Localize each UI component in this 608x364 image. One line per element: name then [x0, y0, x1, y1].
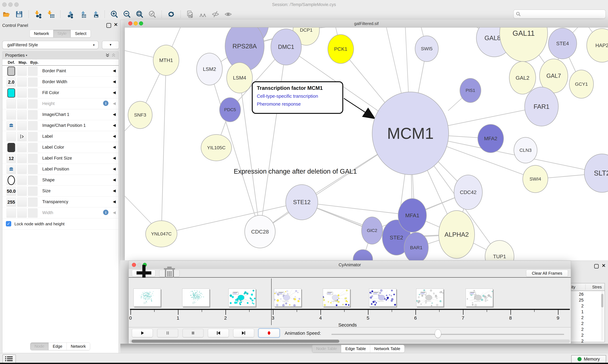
- show-all-icon[interactable]: [224, 10, 233, 18]
- expand-property-icon[interactable]: ◀: [113, 178, 116, 182]
- table-cell-connectivity[interactable]: 1: [570, 310, 584, 314]
- default-value-cell[interactable]: 50.0: [6, 187, 16, 196]
- mapping-cell[interactable]: [17, 165, 27, 174]
- mapping-cell[interactable]: [17, 143, 27, 152]
- expand-property-icon[interactable]: ◀: [113, 167, 116, 171]
- network-node-pis1[interactable]: PIS1: [460, 78, 481, 103]
- save-session-icon[interactable]: [15, 10, 23, 18]
- network-node-gcy1[interactable]: GCY1: [569, 70, 594, 99]
- property-row-size[interactable]: 50.0Size◀: [2, 186, 119, 196]
- record-button[interactable]: [259, 329, 279, 337]
- show-panels-button[interactable]: [2, 354, 16, 363]
- bypass-cell[interactable]: [28, 208, 38, 218]
- property-row-image-chart-1[interactable]: Image/Chart 1◀: [2, 109, 119, 120]
- animation-frame-6[interactable]: [369, 288, 396, 307]
- expand-property-icon[interactable]: ◀: [113, 123, 116, 128]
- default-value-cell[interactable]: [6, 110, 16, 119]
- collapse-all-icon[interactable]: [111, 53, 116, 58]
- animation-frame-4[interactable]: [274, 288, 301, 307]
- property-row-transparency[interactable]: 255Transparency◀: [2, 196, 119, 208]
- animation-frame-8[interactable]: [466, 288, 493, 307]
- mapping-cell[interactable]: [17, 121, 27, 130]
- first-neighbors-icon[interactable]: [199, 10, 207, 18]
- network-node-far1[interactable]: FAR1: [525, 87, 559, 126]
- property-row-border-paint[interactable]: Border Paint◀: [2, 66, 119, 77]
- network-node-gal2[interactable]: GAL2: [509, 61, 536, 94]
- default-value-cell[interactable]: [6, 88, 16, 98]
- table-cell-connectivity[interactable]: 2: [570, 339, 584, 344]
- bypass-cell[interactable]: [28, 88, 38, 98]
- zoom-fit-icon[interactable]: [135, 10, 144, 18]
- network-node-pdc5[interactable]: PDC5: [219, 97, 241, 122]
- mapping-cell[interactable]: [17, 99, 27, 108]
- network-node-alpha2[interactable]: ALPHA2: [438, 210, 475, 259]
- skip-to-end-button[interactable]: [233, 329, 254, 337]
- bypass-cell[interactable]: [28, 176, 38, 185]
- default-value-cell[interactable]: 12: [6, 154, 16, 163]
- bypass-cell[interactable]: [28, 132, 38, 141]
- network-node-mfa1[interactable]: MFA1: [398, 198, 427, 233]
- expand-property-icon[interactable]: ◀: [113, 134, 116, 138]
- mapping-cell[interactable]: [17, 187, 27, 196]
- bypass-cell[interactable]: [28, 165, 38, 174]
- network-node-lsm2[interactable]: LSM2: [196, 53, 223, 85]
- table-cell-connectivity[interactable]: 26: [570, 292, 584, 297]
- timeline-ruler[interactable]: [130, 309, 570, 310]
- expand-property-icon[interactable]: ◀: [113, 68, 116, 73]
- hide-selected-icon[interactable]: [211, 10, 220, 18]
- expand-property-icon[interactable]: ◀: [113, 145, 116, 149]
- property-row-height[interactable]: Heighti◀: [2, 98, 119, 109]
- animation-frame-1[interactable]: [134, 288, 161, 307]
- network-node-cdc42[interactable]: CDC42: [454, 175, 483, 210]
- mapping-cell[interactable]: [17, 88, 27, 98]
- stop-button[interactable]: [182, 329, 204, 337]
- default-value-cell[interactable]: [6, 143, 16, 152]
- add-frame-button[interactable]: [132, 270, 155, 277]
- tab-node-table[interactable]: Node Table: [312, 345, 341, 352]
- network-node-ynl047c[interactable]: YNL047C: [145, 221, 177, 247]
- info-icon[interactable]: i: [103, 210, 109, 215]
- expand-property-icon[interactable]: ◀: [113, 156, 116, 160]
- tab-style[interactable]: Style: [53, 30, 71, 37]
- table-cell-connectivity[interactable]: 25: [570, 298, 584, 303]
- search-field[interactable]: [513, 10, 606, 19]
- bypass-cell[interactable]: [28, 121, 38, 130]
- property-row-shape[interactable]: Shape◀: [2, 175, 119, 186]
- network-node-gic2[interactable]: GIC2: [361, 217, 383, 245]
- default-value-cell[interactable]: [6, 121, 16, 130]
- table-cell-connectivity[interactable]: 2: [570, 333, 584, 338]
- delete-frame-button[interactable]: [159, 270, 180, 277]
- table-cell-connectivity[interactable]: 2: [570, 304, 584, 309]
- expand-property-icon[interactable]: ◀: [113, 199, 116, 204]
- network-node-mth1[interactable]: MTH1: [153, 45, 179, 76]
- network-canvas[interactable]: DCP1RPS28ADMC1PCK1SWI5GAL80GAL11STE4HAP2…: [125, 27, 608, 260]
- lock-checkbox[interactable]: ✓: [6, 221, 11, 226]
- export-table-icon[interactable]: [78, 10, 87, 18]
- bypass-cell[interactable]: [28, 197, 38, 207]
- property-row-width[interactable]: Widthi◀: [2, 208, 119, 218]
- search-input[interactable]: [523, 11, 602, 17]
- expand-property-icon[interactable]: ◀: [113, 210, 116, 215]
- table-scrollbar[interactable]: [601, 292, 604, 341]
- bypass-cell[interactable]: [28, 78, 38, 87]
- tab-network-table[interactable]: Network Table: [370, 345, 404, 352]
- default-value-cell[interactable]: [6, 165, 16, 174]
- network-node-pck1[interactable]: PCK1: [328, 34, 354, 64]
- network-node-mfa2[interactable]: MFA2: [478, 124, 504, 153]
- default-value-cell[interactable]: 255: [6, 197, 16, 207]
- default-value-cell[interactable]: [6, 66, 16, 76]
- animation-frame-2[interactable]: [182, 288, 209, 307]
- import-table-icon[interactable]: [47, 10, 55, 18]
- network-node-snf3[interactable]: SNF3: [128, 101, 152, 129]
- default-value-cell[interactable]: [6, 99, 16, 108]
- tab-node[interactable]: Node: [30, 343, 49, 350]
- property-row-border-width[interactable]: 2.0Border Width◀: [2, 77, 119, 87]
- bypass-cell[interactable]: [28, 66, 38, 76]
- tab-select[interactable]: Select: [71, 30, 90, 37]
- animation-frame-5[interactable]: [323, 288, 350, 307]
- tab-network[interactable]: Network: [30, 30, 53, 37]
- expand-property-icon[interactable]: ◀: [113, 79, 116, 84]
- clear-all-frames-button[interactable]: Clear All Frames: [526, 270, 568, 277]
- default-value-cell[interactable]: [6, 176, 16, 185]
- animation-speed-slider-handle[interactable]: [435, 329, 441, 338]
